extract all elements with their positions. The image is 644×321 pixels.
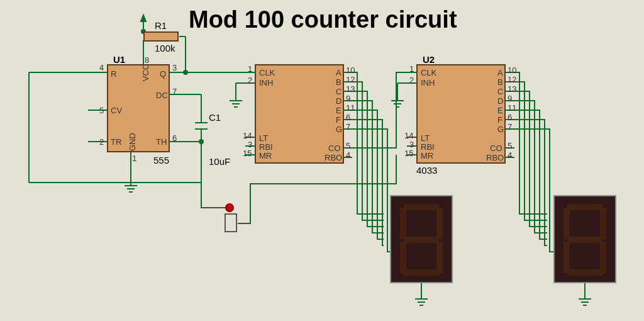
pin-num: 10 <box>508 65 516 75</box>
pin-name: F <box>336 115 341 125</box>
pin-name: RBI <box>421 142 435 152</box>
pin-num: 6 <box>508 113 512 122</box>
pin-name: LT <box>259 133 268 143</box>
pin-name: D <box>497 96 503 106</box>
pin-num: 5 <box>508 141 512 150</box>
pin-name: INH <box>259 78 273 87</box>
svg-rect-45 <box>225 214 236 232</box>
r1-value: 100k <box>155 43 175 54</box>
pin-name: TH <box>156 137 167 147</box>
pin-name: GND <box>128 133 137 151</box>
pin-num: 2 <box>409 76 414 85</box>
pin-num: 7 <box>508 122 512 132</box>
pin-name: RBI <box>259 142 273 152</box>
pin-name: G <box>497 125 504 134</box>
pin-num: 11 <box>346 103 355 113</box>
pin-name: MR <box>421 151 433 160</box>
pin-name: RBO <box>486 153 504 162</box>
pin-num: 14 <box>243 131 252 140</box>
pin-num: 7 <box>346 122 350 132</box>
pin-name: G <box>336 125 342 134</box>
pin-name: R <box>111 69 116 79</box>
pin-num: 6 <box>346 113 350 122</box>
pin-num: 9 <box>346 94 350 103</box>
pin-num: 10 <box>346 65 355 75</box>
pin-num: 13 <box>508 84 516 94</box>
pin-name: B <box>336 77 341 87</box>
pin-name: TR <box>111 137 121 147</box>
pin-num: 5 <box>346 141 350 150</box>
pin-num: 3 <box>409 140 414 149</box>
pin-name: DC <box>156 91 168 100</box>
pin-name: F <box>497 115 502 125</box>
r1-ref: R1 <box>155 20 167 31</box>
pin-name: VCC <box>141 64 150 81</box>
pin-name: B <box>497 77 503 87</box>
pin-num: 7 <box>172 87 177 96</box>
pin-num: 3 <box>248 140 252 149</box>
pin-num: 1 <box>409 64 414 74</box>
pin-num: 3 <box>172 63 177 72</box>
pin-name: RBO <box>325 153 342 162</box>
u1-type: 555 <box>153 155 169 166</box>
pin-num: 13 <box>346 84 355 94</box>
pin-num: 8 <box>145 55 149 65</box>
resistor-r1 <box>143 31 179 42</box>
pin-name: MR <box>259 151 272 160</box>
svg-point-44 <box>226 204 233 211</box>
u2-type: 4033 <box>416 165 437 176</box>
c1-ref: C1 <box>209 112 221 123</box>
pin-num: 12 <box>346 75 355 84</box>
pin-num: 5 <box>99 106 104 115</box>
pin-num: 2 <box>248 76 252 85</box>
pin-num: 11 <box>508 103 516 113</box>
pin-name: CLK <box>421 68 436 77</box>
pin-num: 4 <box>99 63 104 72</box>
pin-name: C <box>497 87 503 96</box>
pin-num: 4 <box>346 150 350 160</box>
seven-segment-display-1 <box>390 195 453 283</box>
u1-ref: U1 <box>113 54 125 65</box>
pin-num: 6 <box>172 133 177 143</box>
pin-num: 14 <box>404 131 413 140</box>
seven-segment-display-2 <box>553 195 616 283</box>
svg-point-20 <box>199 140 203 144</box>
pin-name: INH <box>421 78 435 87</box>
pin-name: D <box>336 96 341 106</box>
pin-name: CO <box>328 144 341 153</box>
pin-num: 1 <box>248 64 252 74</box>
pin-name: CO <box>490 144 502 153</box>
pin-name: C <box>336 87 341 96</box>
u2-ref: U2 <box>423 54 435 65</box>
pin-num: 4 <box>508 150 512 160</box>
pin-name: CV <box>111 106 122 115</box>
pin-name: CLK <box>259 68 275 77</box>
pin-num: 9 <box>508 94 512 103</box>
pin-name: E <box>336 106 341 115</box>
pin-num: 15 <box>243 149 252 158</box>
pin-num: 15 <box>404 149 413 158</box>
pin-name: LT <box>421 133 430 143</box>
pin-num: 1 <box>132 154 136 163</box>
pin-name: A <box>497 68 503 77</box>
pin-num: 2 <box>99 137 104 147</box>
pin-name: A <box>336 68 341 77</box>
pin-name: E <box>497 106 503 115</box>
pin-name: Q <box>160 69 166 79</box>
pin-num: 12 <box>508 75 516 84</box>
c1-value: 10uF <box>209 156 230 167</box>
